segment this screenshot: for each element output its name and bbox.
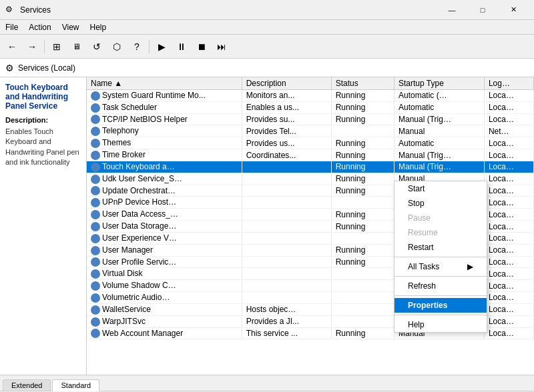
cell-status (331, 232, 394, 244)
context-menu-separator (394, 295, 487, 296)
context-menu-item-start[interactable]: Start (394, 181, 487, 196)
close-button[interactable]: ✕ (498, 0, 529, 20)
export-button[interactable]: ⬡ (107, 37, 126, 56)
cell-name: Task Scheduler (87, 101, 242, 113)
tab-standard[interactable]: Standard (52, 379, 99, 391)
context-menu-item-refresh[interactable]: Refresh (394, 279, 487, 293)
cell-desc (242, 185, 331, 197)
cell-name: Virtual Disk (87, 268, 242, 280)
menu-bar: File Action View Help (0, 20, 534, 35)
cell-desc (242, 244, 331, 256)
service-title[interactable]: Touch Keyboard and Handwriting Panel Ser… (5, 83, 81, 111)
cell-status (331, 315, 394, 327)
cell-logon: Loca… (484, 315, 533, 327)
cell-status: Running (331, 137, 394, 149)
title-bar: ⚙ Services — □ ✕ (0, 0, 534, 20)
context-menu-separator (394, 315, 487, 315)
service-icon (91, 139, 100, 148)
cell-logon: Net… (484, 125, 533, 137)
cell-name: Update Orchestrat… (87, 185, 242, 197)
toolbar-separator-2 (149, 40, 150, 53)
cell-name: WarpJITSvc (87, 315, 242, 327)
computer-button[interactable]: 🖥 (67, 37, 86, 56)
menu-view[interactable]: View (57, 21, 85, 33)
cell-name: Web Account Manager (87, 327, 242, 339)
service-icon (91, 186, 100, 195)
left-panel: Touch Keyboard and Handwriting Panel Ser… (0, 77, 87, 375)
cell-name: TCP/IP NetBIOS Helper (87, 113, 242, 125)
cell-desc: This service ... (242, 327, 331, 339)
toolbar-separator-1 (44, 40, 45, 53)
cell-desc: Hosts objec… (242, 303, 331, 315)
maximize-button[interactable]: □ (467, 0, 498, 20)
context-menu-item-restart[interactable]: Restart (394, 240, 487, 255)
col-header-status[interactable]: Status (331, 77, 394, 90)
context-menu-item-resume: Resume (394, 225, 487, 240)
description-label: Description: (5, 116, 81, 124)
cell-logon: Loca… (484, 161, 533, 173)
cell-desc (242, 280, 331, 292)
context-menu-item-stop[interactable]: Stop (394, 196, 487, 211)
toolbar: ← → ⊞ 🖥 ↺ ⬡ ? ▶ ⏸ ⏹ ⏭ (0, 35, 534, 59)
cell-logon: Loca… (484, 101, 533, 113)
service-icon (91, 305, 100, 315)
service-icon (91, 293, 100, 303)
menu-action[interactable]: Action (23, 21, 56, 33)
stop-service-button[interactable]: ⏹ (192, 37, 211, 56)
forward-button[interactable]: → (23, 37, 41, 56)
table-row[interactable]: Task SchedulerEnables a us...RunningAuto… (87, 101, 534, 113)
back-button[interactable]: ← (3, 37, 21, 56)
context-menu-item-properties[interactable]: Properties (394, 298, 487, 313)
service-icon (91, 151, 100, 160)
minimize-button[interactable]: — (437, 0, 467, 20)
service-icon (91, 163, 100, 172)
cell-logon: Loca… (484, 268, 533, 280)
cell-name: User Manager (87, 244, 242, 256)
table-row[interactable]: TCP/IP NetBIOS HelperProvides su...Runni… (87, 113, 534, 125)
refresh-button[interactable]: ↺ (87, 37, 106, 56)
restart-service-button[interactable]: ⏭ (212, 37, 231, 56)
service-icon (91, 281, 100, 291)
cell-status: Running (331, 221, 394, 233)
pause-service-button[interactable]: ⏸ (172, 37, 191, 56)
table-row[interactable]: System Guard Runtime Mo...Monitors an...… (87, 90, 534, 102)
table-row[interactable]: Touch Keyboard a…RunningManual (Trig…Loc… (87, 161, 534, 173)
context-menu-item-all-tasks[interactable]: All Tasks (394, 259, 487, 274)
col-header-name[interactable]: Name ▲ (87, 77, 242, 90)
cell-status (331, 197, 394, 209)
table-row[interactable]: ThemesProvides us...RunningAutomaticLoca… (87, 137, 534, 149)
col-header-logon[interactable]: Log… (484, 77, 533, 90)
service-icon (91, 257, 100, 267)
table-row[interactable]: Time BrokerCoordinates...RunningManual (… (87, 149, 534, 161)
cell-desc (242, 173, 331, 185)
cell-status (331, 292, 394, 304)
cell-name: WalletService (87, 303, 242, 315)
tab-extended[interactable]: Extended (3, 379, 51, 391)
service-icon (91, 246, 100, 255)
help-button[interactable]: ? (127, 37, 146, 56)
menu-file[interactable]: File (0, 21, 23, 33)
col-header-startup[interactable]: Startup Type (394, 77, 484, 90)
cell-desc: Monitors an... (242, 90, 331, 102)
service-icon (91, 198, 100, 207)
cell-desc (242, 197, 331, 209)
service-icon (91, 91, 100, 101)
menu-help[interactable]: Help (85, 21, 112, 33)
context-menu-item-help[interactable]: Help (394, 317, 487, 332)
cell-name: User Data Storage… (87, 221, 242, 233)
cell-status: Running (331, 256, 394, 268)
cell-name: Time Broker (87, 149, 242, 161)
service-icon (91, 127, 100, 136)
context-menu-separator (394, 276, 487, 277)
col-header-desc[interactable]: Description (242, 77, 331, 90)
cell-startup: Manual (Trig… (394, 161, 484, 173)
show-hide-button[interactable]: ⊞ (47, 37, 66, 56)
cell-status (331, 303, 394, 315)
table-row[interactable]: TelephonyProvides Tel...ManualNet… (87, 125, 534, 137)
cell-startup: Manual (394, 125, 484, 137)
start-service-button[interactable]: ▶ (152, 37, 171, 56)
cell-desc: Enables a us... (242, 101, 331, 113)
cell-logon: Loca… (484, 209, 533, 221)
cell-logon: Loca… (484, 292, 533, 304)
cell-logon: Loca… (484, 280, 533, 292)
